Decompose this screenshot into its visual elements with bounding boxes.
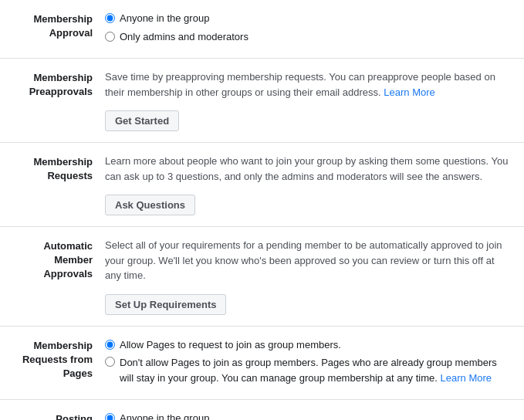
- ask-questions-button[interactable]: Ask Questions: [105, 195, 195, 215]
- membership-approval-row: Membership Approval Anyone in the group …: [0, 0, 524, 59]
- radio-anyone-input[interactable]: [105, 13, 115, 23]
- radio-anyone-post-option[interactable]: Anyone in the group: [105, 411, 512, 420]
- membership-requests-description: Learn more about people who want to join…: [105, 154, 512, 184]
- membership-requests-pages-label: Membership Requests from Pages: [12, 337, 105, 381]
- automatic-approvals-description: Select all of your requirements for a pe…: [105, 238, 512, 283]
- set-up-requirements-button[interactable]: Set Up Requirements: [105, 294, 226, 315]
- radio-dont-allow-pages-option[interactable]: Don't allow Pages to join as group membe…: [105, 355, 512, 385]
- membership-approval-label: Membership Approval: [12, 11, 105, 40]
- radio-anyone-option[interactable]: Anyone in the group: [105, 11, 512, 26]
- membership-preapprovals-learn-more[interactable]: Learn More: [384, 86, 434, 98]
- radio-dont-allow-pages-input[interactable]: [105, 357, 115, 367]
- automatic-approvals-content: Select all of your requirements for a pe…: [105, 238, 512, 315]
- membership-requests-row: Membership Requests Learn more about peo…: [0, 143, 524, 227]
- membership-preapprovals-description: Save time by preapproving membership req…: [105, 69, 512, 100]
- membership-requests-pages-content: Allow Pages to request to join as group …: [105, 337, 512, 389]
- radio-anyone-post-label: Anyone in the group: [120, 411, 209, 420]
- membership-preapprovals-row: Membership Preapprovals Save time by pre…: [0, 59, 524, 143]
- membership-preapprovals-label: Membership Preapprovals: [12, 69, 105, 99]
- membership-requests-content: Learn more about people who want to join…: [105, 154, 512, 215]
- membership-requests-pages-row: Membership Requests from Pages Allow Pag…: [0, 327, 524, 401]
- radio-allow-pages-input[interactable]: [105, 340, 115, 350]
- automatic-approvals-label: Automatic Member Approvals: [12, 238, 105, 282]
- radio-anyone-label: Anyone in the group: [120, 11, 209, 26]
- radio-anyone-post-input[interactable]: [105, 413, 115, 420]
- pages-learn-more-link[interactable]: Learn More: [441, 372, 492, 384]
- settings-container: Membership Approval Anyone in the group …: [0, 0, 524, 420]
- membership-preapprovals-content: Save time by preapproving membership req…: [105, 69, 512, 131]
- posting-permissions-row: Posting Permissions Anyone in the group …: [0, 400, 524, 420]
- get-started-button[interactable]: Get Started: [105, 110, 179, 131]
- radio-admins-label: Only admins and moderators: [120, 29, 248, 45]
- radio-dont-allow-pages-label: Don't allow Pages to join as group membe…: [120, 355, 512, 385]
- membership-requests-label: Membership Requests: [12, 154, 105, 183]
- posting-permissions-content: Anyone in the group Only admins: [105, 411, 512, 420]
- radio-admins-input[interactable]: [105, 32, 115, 42]
- radio-admins-option[interactable]: Only admins and moderators: [105, 29, 512, 45]
- radio-allow-pages-label: Allow Pages to request to join as group …: [120, 337, 341, 353]
- posting-permissions-label: Posting Permissions: [12, 411, 105, 420]
- radio-allow-pages-option[interactable]: Allow Pages to request to join as group …: [105, 337, 512, 353]
- membership-approval-content: Anyone in the group Only admins and mode…: [105, 11, 512, 47]
- automatic-approvals-row: Automatic Member Approvals Select all of…: [0, 227, 524, 327]
